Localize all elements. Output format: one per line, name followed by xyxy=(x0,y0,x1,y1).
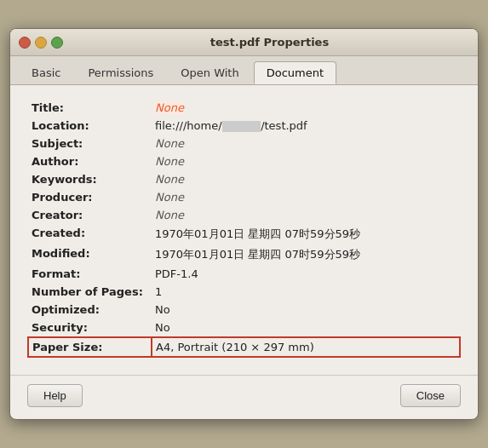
property-value: No xyxy=(152,319,460,337)
property-label: Title: xyxy=(28,99,152,117)
document-tab-content: Title: None Location: file:///home/xxxxx… xyxy=(10,85,478,370)
property-value: None xyxy=(152,170,460,188)
table-row: Title: None xyxy=(28,99,460,117)
window-title: test.pdf Properties xyxy=(70,36,469,49)
property-label: Creator: xyxy=(28,206,152,224)
property-value: 1 xyxy=(152,283,460,301)
property-label: Modified: xyxy=(28,244,152,265)
table-row-paper-size: Paper Size: A4, Portrait (210 × 297 mm) xyxy=(28,337,460,357)
location-value: file:///home/xxxxxxx/test.pdf xyxy=(155,119,307,132)
tab-open-with[interactable]: Open With xyxy=(168,61,251,84)
table-row: Format: PDF-1.4 xyxy=(28,265,460,283)
property-label: Location: xyxy=(28,117,152,135)
table-row: Producer: None xyxy=(28,188,460,206)
property-label: Format: xyxy=(28,265,152,283)
table-row: Location: file:///home/xxxxxxx/test.pdf xyxy=(28,117,460,135)
tab-document[interactable]: Document xyxy=(254,61,336,84)
table-row: Optimized: No xyxy=(28,301,460,319)
property-value: None xyxy=(152,135,460,152)
table-row: Subject: None xyxy=(28,135,460,152)
property-value: None xyxy=(152,206,460,224)
property-value: A4, Portrait (210 × 297 mm) xyxy=(152,337,460,357)
property-label: Optimized: xyxy=(28,301,152,319)
properties-table: Title: None Location: file:///home/xxxxx… xyxy=(27,99,461,358)
property-label: Created: xyxy=(28,224,152,244)
author-value: None xyxy=(155,155,184,168)
property-value: None xyxy=(152,99,460,117)
properties-window: test.pdf Properties Basic Permissions Op… xyxy=(9,28,479,420)
table-row: Author: None xyxy=(28,152,460,170)
table-row: Security: No xyxy=(28,319,460,337)
minimize-button[interactable] xyxy=(35,37,47,49)
titlebar: test.pdf Properties xyxy=(10,29,478,56)
close-dialog-button[interactable]: Close xyxy=(400,384,461,407)
table-row: Keywords: None xyxy=(28,170,460,188)
tab-permissions[interactable]: Permissions xyxy=(75,61,166,84)
help-button[interactable]: Help xyxy=(27,384,83,407)
property-label: Author: xyxy=(28,152,152,170)
table-row: Created: 1970年01月01日 星期四 07时59分59秒 xyxy=(28,224,460,244)
title-value: None xyxy=(155,101,184,114)
property-label: Security: xyxy=(28,319,152,337)
property-value: PDF-1.4 xyxy=(152,265,460,283)
maximize-button[interactable] xyxy=(51,37,63,49)
property-value: No xyxy=(152,301,460,319)
table-row: Creator: None xyxy=(28,206,460,224)
keywords-value: None xyxy=(155,173,184,186)
tab-bar: Basic Permissions Open With Document xyxy=(10,56,478,85)
producer-value: None xyxy=(155,191,184,204)
tab-basic[interactable]: Basic xyxy=(19,61,73,84)
property-value: 1970年01月01日 星期四 07时59分59秒 xyxy=(152,224,460,244)
window-controls xyxy=(19,37,63,49)
property-label: Keywords: xyxy=(28,170,152,188)
footer: Help Close xyxy=(10,375,478,419)
creator-value: None xyxy=(155,209,184,221)
subject-value: None xyxy=(155,137,184,150)
table-row: Number of Pages: 1 xyxy=(28,283,460,301)
close-button[interactable] xyxy=(19,37,31,49)
property-label: Producer: xyxy=(28,188,152,206)
property-label: Subject: xyxy=(28,135,152,152)
property-value: None xyxy=(152,152,460,170)
property-label: Number of Pages: xyxy=(28,283,152,301)
property-value: None xyxy=(152,188,460,206)
property-value: 1970年01月01日 星期四 07时59分59秒 xyxy=(152,244,460,265)
property-value: file:///home/xxxxxxx/test.pdf xyxy=(152,117,460,135)
table-row: Modified: 1970年01月01日 星期四 07时59分59秒 xyxy=(28,244,460,265)
property-label: Paper Size: xyxy=(28,337,152,357)
